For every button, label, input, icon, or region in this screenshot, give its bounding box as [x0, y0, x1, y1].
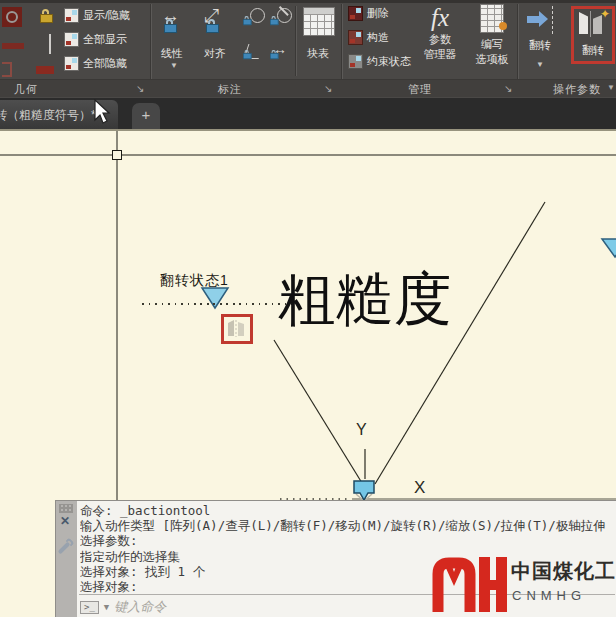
- watermark-en-text: CNMHG: [512, 588, 586, 603]
- aligned-label: 对齐: [204, 46, 226, 61]
- lock-icon[interactable]: [38, 7, 60, 29]
- param-manager-label-2: 管理器: [420, 47, 460, 62]
- constraint-status-label: 约束状态: [367, 54, 411, 69]
- flip-dropdown-label: 翻转: [524, 38, 556, 53]
- command-window-side-strip: ✕: [56, 501, 77, 617]
- flip-action-button-highlighted[interactable]: ✦ 翻转: [574, 9, 612, 61]
- flip-state-label[interactable]: 翻转状态1: [160, 272, 229, 290]
- parameter-manager-button[interactable]: fx 参数 管理器: [420, 4, 460, 76]
- command-history-line: 输入动作类型 [阵列(A)/查寻(L)/翻转(F)/移动(M)/旋转(R)/缩放…: [80, 518, 615, 533]
- flip-action-label: 翻转: [574, 43, 612, 58]
- panel-label-row: 几何 ↘ 标注 ↘ 管理 ↘ 操作参数 ▼: [0, 79, 616, 97]
- cnmhg-logo-icon: [427, 550, 507, 617]
- hide-all-button[interactable]: 全部隐藏: [64, 52, 150, 74]
- authoring-palettes-button[interactable]: 编写 选项板: [470, 4, 514, 76]
- construct-label: 构造: [367, 30, 389, 45]
- x-axis-label: X: [414, 478, 425, 498]
- linear-label: 线性: [161, 46, 183, 61]
- new-tab-button[interactable]: +: [132, 103, 160, 129]
- block-table-icon: [303, 7, 335, 36]
- dialog-launcher-icon[interactable]: ↘: [324, 83, 332, 94]
- sparkle-icon: ✦: [600, 7, 610, 21]
- drag-grip-icon[interactable]: [59, 504, 73, 513]
- command-history-line: 命令: _bactiontool: [80, 503, 615, 518]
- group-divider: [295, 6, 297, 76]
- param-manager-label-1: 参数: [420, 32, 460, 47]
- ribbon: 显示/隐藏 全部显示 全部隐藏 ↔ 线性 ▼ ⤢ 对齐 ↔ 块表: [0, 0, 616, 98]
- y-axis-label: Y: [356, 421, 367, 439]
- show-all-label: 全部显示: [83, 32, 127, 47]
- flip-action-glyph-icon: [224, 317, 250, 341]
- hide-all-label: 全部隐藏: [83, 56, 127, 71]
- flip-arrow-icon: [527, 6, 553, 34]
- delete-button[interactable]: 删除: [348, 2, 418, 24]
- prompt-icon: >_: [80, 601, 99, 614]
- panel-label-manage: 管理: [408, 82, 432, 97]
- watermark-logo: 中国煤化工 CNMHG: [427, 546, 616, 617]
- construct-icon: [348, 30, 363, 45]
- aligned-dimension-button[interactable]: ⤢ 对齐: [198, 6, 236, 76]
- chevron-down-icon[interactable]: ▼: [607, 83, 615, 92]
- radial-constraint-button[interactable]: [243, 8, 265, 30]
- pickbox: [113, 151, 122, 160]
- flip-parameter-dropdown-button[interactable]: 翻转 ▼: [524, 6, 556, 78]
- authoring-palettes-icon: [480, 4, 504, 33]
- basepoint-grip: [354, 481, 374, 500]
- delete-icon: [348, 6, 363, 21]
- roughness-text[interactable]: 粗糙度: [278, 261, 452, 339]
- constraint-status-icon: [348, 54, 363, 69]
- flip-reflection-dotted-line: [142, 303, 292, 305]
- dialog-launcher-icon[interactable]: ↘: [136, 83, 144, 94]
- panel-label-dimension: 标注: [218, 82, 242, 97]
- block-table-button[interactable]: 块表: [300, 6, 340, 76]
- authoring-label-1: 编写: [470, 37, 514, 52]
- show-all-button[interactable]: 全部显示: [64, 28, 150, 50]
- construct-button[interactable]: 构造: [348, 26, 418, 48]
- show-all-icon: [64, 32, 79, 47]
- drawing-tab-label: 转（粗糙度符号）*: [0, 107, 96, 124]
- chevron-down-icon: ▼: [170, 61, 178, 70]
- watermark-cn-text: 中国煤化工: [511, 558, 616, 585]
- show-hide-label: 显示/隐藏: [83, 8, 130, 23]
- customize-wrench-icon[interactable]: [58, 542, 71, 555]
- flip-arrow-grip: [202, 288, 228, 308]
- lock-icon: [164, 19, 177, 34]
- delete-label: 删除: [367, 6, 389, 21]
- show-hide-icon: [64, 8, 79, 23]
- flip-action-annotation-box: [221, 314, 253, 344]
- panel-label-action-params: 操作参数: [553, 82, 601, 97]
- ribbon-top-strip: [0, 0, 616, 3]
- diameter-constraint-button[interactable]: [270, 8, 292, 30]
- fx-icon: fx: [431, 4, 449, 31]
- horizontal-constraint-icon[interactable]: [2, 36, 24, 58]
- command-input-row[interactable]: >_ ▼ 键入命令: [80, 598, 166, 616]
- mouse-cursor-icon: [93, 99, 115, 127]
- close-icon[interactable]: ✕: [60, 514, 70, 528]
- drawing-tab-bar: 转（粗糙度符号）* +: [0, 98, 616, 129]
- geometry-constraint-icon[interactable]: [2, 7, 24, 29]
- flip-arrow-grip-right: [602, 239, 616, 257]
- hide-all-icon: [64, 56, 79, 71]
- lock-icon: [206, 19, 219, 34]
- baseline-constraint-button[interactable]: ↔: [270, 42, 292, 64]
- dialog-launcher-icon[interactable]: ↘: [504, 83, 512, 94]
- block-table-label: 块表: [307, 46, 329, 61]
- command-input-placeholder[interactable]: 键入命令: [114, 598, 166, 616]
- chevron-down-icon[interactable]: ▼: [104, 602, 109, 612]
- chevron-down-icon: ▼: [536, 60, 544, 69]
- authoring-label-2: 选项板: [470, 52, 514, 67]
- vertical-constraint-icon[interactable]: [40, 34, 62, 56]
- angular-constraint-button[interactable]: [243, 42, 265, 64]
- panel-label-geometry: 几何: [14, 82, 38, 97]
- flip-action-icon: ✦: [576, 9, 610, 39]
- linear-dimension-button[interactable]: ↔ 线性 ▼: [157, 6, 193, 76]
- show-hide-button[interactable]: 显示/隐藏: [64, 4, 150, 26]
